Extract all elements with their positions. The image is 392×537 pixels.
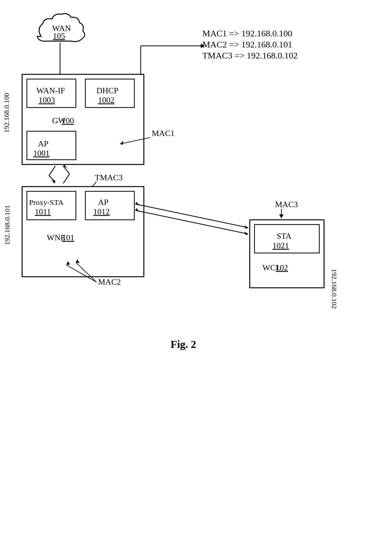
mac-table-tmac3: TMAC3 => 192.168.0.102 bbox=[202, 51, 297, 60]
wan-id: 105 bbox=[53, 31, 65, 40]
figure-caption: Fig. 2 bbox=[170, 338, 196, 350]
dhcp-label: DHCP bbox=[96, 86, 118, 95]
gw-ip: 192.168.0.100 bbox=[3, 93, 10, 133]
wanif-id: 1003 bbox=[39, 96, 55, 105]
ap1012-id: 1012 bbox=[93, 207, 110, 216]
svg-line-11 bbox=[49, 176, 55, 182]
ap1001-label: AP bbox=[38, 139, 48, 148]
wne-ip: 192.168.0.101 bbox=[3, 205, 11, 245]
mac1-label: MAC1 bbox=[152, 129, 175, 138]
gw-id: 100 bbox=[62, 116, 74, 125]
mac-table-mac2: MAC2 => 192.168.0.101 bbox=[202, 40, 292, 49]
tmac3-label: TMAC3 bbox=[95, 173, 123, 182]
svg-marker-15 bbox=[63, 164, 67, 168]
wan-cloud: WAN 105 bbox=[37, 14, 85, 41]
wcl-id: 102 bbox=[276, 263, 288, 272]
svg-rect-20 bbox=[85, 191, 134, 220]
svg-line-10 bbox=[49, 166, 55, 176]
ap1001-id: 1001 bbox=[33, 149, 50, 158]
svg-line-28 bbox=[135, 210, 248, 234]
wireless-arrows-ap-wcl bbox=[135, 202, 248, 235]
dhcp-id: 1002 bbox=[98, 96, 114, 105]
wireless-arrows-gw-wne bbox=[49, 164, 70, 183]
wne-id: 101 bbox=[62, 233, 74, 242]
svg-marker-32 bbox=[279, 214, 284, 218]
ap1012-label: AP bbox=[98, 198, 108, 207]
svg-line-13 bbox=[63, 174, 70, 183]
mac3-label: MAC3 bbox=[275, 200, 298, 209]
proxysta-id: 1011 bbox=[35, 207, 51, 216]
mac2-label: MAC2 bbox=[98, 277, 121, 287]
diagram: MAC1 => 192.168.0.100 MAC2 => 192.168.0.… bbox=[0, 0, 392, 537]
wcl-ip: 192.168.0.102 bbox=[330, 269, 338, 309]
sta-label: STA bbox=[277, 231, 291, 241]
svg-line-25 bbox=[135, 204, 248, 228]
mac-table-mac1: MAC1 => 192.168.0.100 bbox=[202, 28, 292, 38]
proxysta-label: Proxy-STA bbox=[29, 198, 64, 207]
sta-id: 1021 bbox=[273, 241, 289, 250]
wanif-label: WAN-IF bbox=[36, 86, 65, 95]
